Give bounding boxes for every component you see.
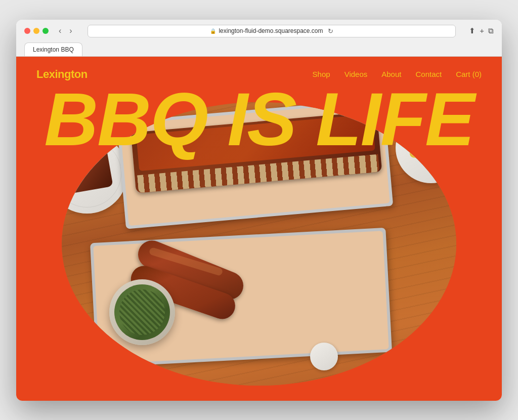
nav-cart[interactable]: Cart (0) [456,70,482,78]
tab-title: Lexington BBQ [33,46,74,53]
bowl-inner [114,284,170,340]
hero-headline: BBQ IS LIFE [26,82,492,157]
active-tab[interactable]: Lexington BBQ [24,43,82,56]
new-tab-icon[interactable]: + [480,26,484,35]
share-icon[interactable]: ⬆ [469,26,476,35]
maximize-button[interactable] [42,28,49,34]
bowl-outer [109,279,175,345]
windows-icon[interactable]: ⧉ [488,26,494,35]
forward-button[interactable]: › [67,26,74,36]
back-button[interactable]: ‹ [57,26,63,36]
nav-links: Shop Videos About Contact Cart (0) [313,70,482,78]
nav-about[interactable]: About [381,70,401,78]
nav-videos[interactable]: Videos [344,70,368,78]
hero-text: BBQ IS LIFE [16,82,502,157]
address-bar[interactable]: 🔒 lexington-fluid-demo.squarespace.com ↻ [88,25,456,37]
small-side-item [310,343,338,370]
browser-actions: ⬆ + ⧉ [469,26,494,35]
browser-controls: ‹ › 🔒 lexington-fluid-demo.squarespace.c… [24,25,494,37]
site-logo[interactable]: Lexington [36,68,88,81]
browser-chrome: ‹ › 🔒 lexington-fluid-demo.squarespace.c… [16,20,502,57]
lock-icon: 🔒 [210,28,216,34]
nav-shop[interactable]: Shop [313,70,330,78]
tab-bar: Lexington BBQ [24,43,494,56]
reload-icon[interactable]: ↻ [328,27,333,35]
nav-contact[interactable]: Contact [415,70,442,78]
site-navigation: Lexington Shop Videos About Contact Cart… [16,57,502,92]
greens-bowl-container [109,279,175,345]
browser-nav-buttons: ‹ › [57,26,74,36]
browser-window: ‹ › 🔒 lexington-fluid-demo.squarespace.c… [16,20,502,401]
close-button[interactable] [24,28,30,34]
minimize-button[interactable] [33,28,39,34]
collard-greens [119,289,165,335]
url-text: lexington-fluid-demo.squarespace.com [219,27,323,34]
website-content: Lexington Shop Videos About Contact Cart… [16,57,502,401]
